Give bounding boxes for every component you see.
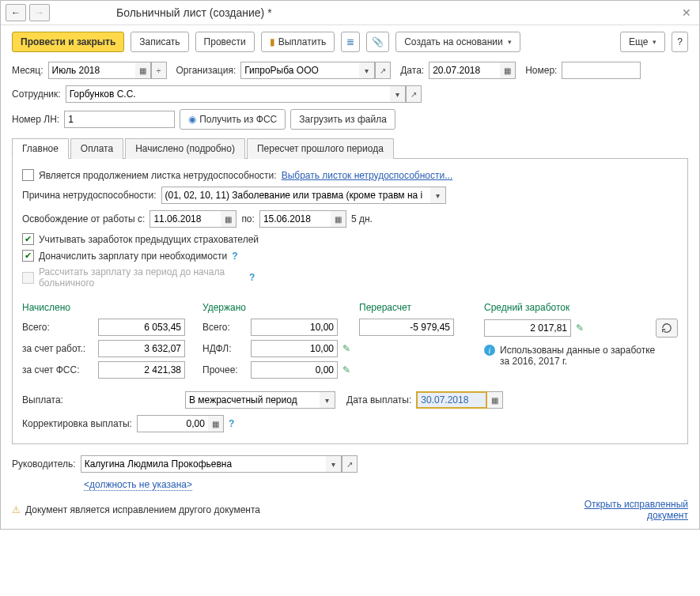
payment-mode-select[interactable]: [185, 391, 320, 409]
window-title: Больничный лист (создание) *: [116, 6, 272, 19]
month-calendar-icon[interactable]: ▦: [135, 62, 151, 79]
edit-ndfl-icon[interactable]: ✎: [342, 343, 350, 354]
tab-main[interactable]: Главное: [12, 138, 69, 159]
release-to-label: по:: [241, 213, 255, 224]
post-button[interactable]: Провести: [195, 32, 255, 52]
open-corrected-link[interactable]: Открыть исправленный документ: [577, 499, 688, 521]
number-input[interactable]: [562, 62, 641, 79]
money-icon: ▮: [270, 36, 275, 47]
help-icon[interactable]: ?: [232, 251, 237, 262]
payment-date-calendar-icon[interactable]: ▦: [487, 391, 503, 409]
org-open-icon[interactable]: ↗: [375, 62, 391, 79]
accrued-fss[interactable]: [98, 361, 185, 379]
consider-prev-checkbox[interactable]: [22, 233, 34, 245]
org-label: Организация:: [176, 65, 236, 76]
payment-label: Выплата:: [22, 394, 93, 406]
help-icon-3[interactable]: ?: [229, 418, 234, 429]
refresh-icon: [661, 323, 672, 334]
accrue-if-checkbox[interactable]: [22, 250, 34, 262]
correction-calc-icon[interactable]: ▦: [208, 415, 224, 432]
calc-before-checkbox: [22, 272, 34, 284]
post-and-close-button[interactable]: Провести и закрыть: [12, 32, 124, 52]
release-to-input[interactable]: [259, 210, 331, 228]
withheld-head: Удержано: [202, 299, 345, 315]
tab-payment[interactable]: Оплата: [70, 138, 123, 159]
help-button[interactable]: ?: [672, 32, 688, 52]
employee-open-icon[interactable]: ↗: [406, 85, 422, 103]
nav-forward-button[interactable]: →: [29, 4, 50, 21]
correction-label: Корректировка выплаты:: [22, 418, 132, 429]
attachment-button[interactable]: 📎: [366, 32, 389, 52]
tab-recalc-period[interactable]: Пересчет прошлого периода: [247, 138, 394, 159]
number-label: Номер:: [525, 65, 557, 76]
days-count: 5 дн.: [351, 213, 373, 224]
accrued-employer[interactable]: [98, 340, 185, 357]
warning-icon: ⚠: [12, 504, 21, 515]
head-dropdown-icon[interactable]: ▾: [326, 455, 342, 473]
ln-input[interactable]: [64, 111, 175, 128]
month-label: Месяц:: [12, 65, 44, 76]
close-icon[interactable]: ✕: [679, 6, 694, 19]
release-label: Освобождение от работы с:: [22, 213, 145, 224]
accrue-if-label: Доначислить зарплату при необходимости: [39, 251, 227, 262]
accrued-total[interactable]: [98, 319, 185, 336]
org-dropdown-icon[interactable]: ▾: [359, 62, 375, 79]
withheld-total[interactable]: [251, 319, 338, 336]
more-button[interactable]: Еще▾: [620, 32, 665, 52]
pay-button[interactable]: ▮ Выплатить: [261, 32, 335, 52]
date-input[interactable]: [429, 62, 500, 79]
reason-dropdown-icon[interactable]: ▾: [430, 187, 446, 204]
get-from-fss-button[interactable]: ◉ Получить из ФСС: [180, 109, 286, 130]
correction-input[interactable]: [137, 415, 208, 432]
employee-label: Сотрудник:: [12, 89, 61, 100]
ln-label: Номер ЛН:: [12, 114, 59, 125]
consider-prev-label: Учитывать заработок предыдущих страховат…: [39, 234, 259, 245]
info-icon: i: [484, 345, 495, 356]
paperclip-icon: 📎: [372, 36, 384, 47]
save-button[interactable]: Записать: [131, 32, 188, 52]
nav-back-button[interactable]: ←: [6, 4, 26, 21]
employee-dropdown-icon[interactable]: ▾: [390, 85, 406, 103]
tab-accrued-detail[interactable]: Начислено (подробно): [125, 138, 245, 159]
refresh-button[interactable]: [656, 319, 678, 338]
head-input[interactable]: [81, 455, 326, 473]
edit-other-icon[interactable]: ✎: [342, 364, 350, 375]
globe-icon: ◉: [188, 114, 196, 125]
recalc-value[interactable]: [359, 319, 454, 336]
payment-date-label: Дата выплаты:: [346, 394, 411, 406]
help-icon-2[interactable]: ?: [249, 272, 255, 283]
release-from-calendar-icon[interactable]: ▦: [221, 210, 236, 228]
calc-before-label: Рассчитать зарплату за период до начала …: [39, 266, 244, 289]
accrued-head: Начислено: [22, 299, 188, 315]
info-text: Использованы данные о заработке за 2016,…: [500, 345, 666, 367]
no-position-link[interactable]: <должность не указана>: [84, 479, 192, 491]
edit-avg-icon[interactable]: ✎: [576, 323, 584, 334]
create-based-on-button[interactable]: Создать на основании▾: [395, 32, 520, 52]
continuation-label: Является продолжением листка нетрудоспос…: [39, 170, 277, 181]
employee-input[interactable]: [66, 85, 390, 103]
payment-mode-dropdown-icon[interactable]: ▾: [320, 391, 335, 409]
avg-earnings[interactable]: [484, 319, 571, 337]
payment-date-input[interactable]: [416, 391, 487, 409]
head-open-icon[interactable]: ↗: [342, 455, 358, 473]
month-input[interactable]: [48, 62, 135, 79]
date-label: Дата:: [400, 65, 424, 76]
head-label: Руководитель:: [12, 458, 76, 470]
select-sheet-link[interactable]: Выбрать листок нетрудоспособности...: [282, 170, 453, 181]
load-from-file-button[interactable]: Загрузить из файла: [290, 109, 395, 130]
release-to-calendar-icon[interactable]: ▦: [331, 210, 346, 228]
release-from-input[interactable]: [149, 210, 221, 228]
continuation-checkbox[interactable]: [22, 169, 34, 181]
other-input[interactable]: [251, 361, 338, 379]
ndfl-input[interactable]: [251, 340, 338, 357]
reason-input[interactable]: [161, 187, 430, 204]
reason-label: Причина нетрудоспособности:: [22, 190, 157, 201]
date-calendar-icon[interactable]: ▦: [500, 62, 516, 79]
list-icon-button[interactable]: ≣: [341, 32, 360, 52]
month-stepper-icon[interactable]: ÷: [151, 62, 167, 79]
org-input[interactable]: [240, 62, 359, 79]
avg-head: Средний заработок: [484, 299, 569, 315]
recalc-head: Перерасчет: [359, 299, 470, 315]
warning-text: Документ является исправлением другого д…: [25, 504, 260, 515]
